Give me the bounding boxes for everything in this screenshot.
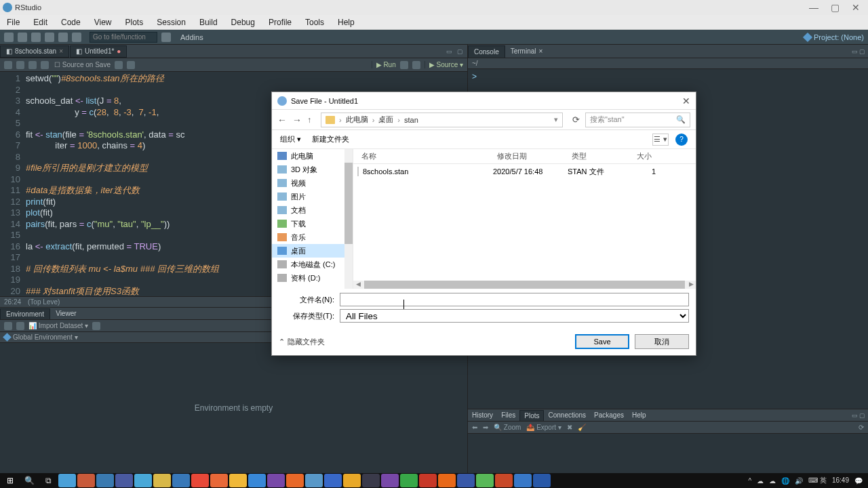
minimize-pane-icon[interactable]: ▭ [852,412,858,419]
app-icon[interactable] [381,474,399,487]
menu-build[interactable]: Build [193,18,224,27]
compile-icon[interactable] [127,61,135,69]
menu-file[interactable]: File [0,18,26,27]
save-button[interactable]: Save [575,334,629,349]
rerun-icon[interactable] [400,61,408,69]
tab-help[interactable]: Help [628,410,650,421]
app-icon[interactable] [419,474,437,487]
network-icon[interactable]: 🌐 [781,477,789,485]
search-icon[interactable]: 🔍 [20,474,38,487]
app-icon[interactable] [58,474,76,487]
show-doc-icon[interactable] [28,61,37,69]
nav-forward-icon[interactable]: → [292,115,302,125]
menu-tools[interactable]: Tools [298,18,331,27]
app-icon[interactable] [115,474,133,487]
app-icon[interactable] [172,474,190,487]
tree-item[interactable]: 3D 对象 [272,163,353,176]
menu-edit[interactable]: Edit [26,18,54,27]
app-icon[interactable] [96,474,114,487]
plot-next-icon[interactable]: ➡ [483,424,488,431]
menu-session[interactable]: Session [150,18,193,27]
menu-help[interactable]: Help [331,18,361,27]
app-icon[interactable] [248,474,266,487]
grid-icon[interactable] [161,33,171,42]
import-dataset-button[interactable]: 📊 Import Dataset ▾ [28,322,88,329]
dialog-close-icon[interactable]: ✕ [682,96,690,106]
refresh-plot-icon[interactable]: ⟳ [859,424,864,431]
minimize-pane-icon[interactable]: ▭ [444,48,454,55]
back-icon[interactable] [4,61,12,69]
tab-untitled[interactable]: ◧ Untitled1* ● [70,45,127,58]
menu-code[interactable]: Code [54,18,87,27]
minimize-icon[interactable]: — [809,2,818,13]
new-project-icon[interactable] [18,33,27,42]
new-folder-button[interactable]: 新建文件夹 [312,134,349,144]
app-icon[interactable] [400,474,418,487]
app-icon[interactable] [191,474,209,487]
tree-item[interactable]: 图片 [272,190,353,203]
app-icon[interactable] [286,474,304,487]
app-icon[interactable] [305,474,323,487]
breadcrumb-box[interactable]: › 此电脑 › 桌面 › stan ▾ [321,113,563,127]
tab-connections[interactable]: Connections [544,410,590,421]
view-mode-button[interactable]: ☰ ▾ [652,134,669,146]
new-file-icon[interactable] [4,33,14,42]
app-icon[interactable] [533,474,551,487]
refresh-icon[interactable]: ⟳ [572,115,580,125]
clear-plots-icon[interactable]: 🧹 [578,424,586,431]
tab-viewer[interactable]: Viewer [50,308,81,319]
ime-icon[interactable]: ⌨ 英 [808,476,827,485]
onedrive-icon[interactable]: ☁ [757,477,764,485]
clear-icon[interactable] [92,322,100,330]
app-icon[interactable] [476,474,494,487]
tree-item[interactable]: 资料 (D:) [272,271,353,285]
tree-item[interactable]: 视频 [272,176,353,190]
organize-dropdown[interactable]: 组织 ▾ [280,134,301,144]
remove-plot-icon[interactable]: ✖ [567,424,572,431]
file-list[interactable]: 名称 修改日期 类型 大小 8schools.stan2020/5/7 16:4… [353,149,696,289]
tree-item[interactable]: 本地磁盘 (C:) [272,258,353,271]
source-chunk-icon[interactable] [412,61,420,69]
menu-plots[interactable]: Plots [119,18,151,27]
tree-item[interactable]: 音乐 [272,230,353,244]
save-env-icon[interactable] [16,322,24,330]
run-button[interactable]: ▶ Run [372,61,396,68]
column-size[interactable]: 大小 [629,151,656,161]
column-name[interactable]: 名称 [357,151,493,161]
open-file-icon[interactable] [31,33,41,42]
tab-plots[interactable]: Plots [519,410,544,421]
app-icon[interactable] [457,474,475,487]
project-menu[interactable]: Project: (None) [804,33,864,41]
onedrive-icon[interactable]: ☁ [769,477,776,485]
save-icon[interactable] [41,61,49,69]
start-icon[interactable]: ⊞ [1,474,19,487]
save-all-icon[interactable] [58,33,68,42]
tree-item[interactable]: 此电脑 [272,149,353,163]
save-icon[interactable] [45,33,54,42]
menu-debug[interactable]: Debug [224,18,262,27]
export-button[interactable]: 📤 Export ▾ [526,424,561,431]
search-input[interactable]: 搜索"stan" 🔍 [585,113,690,127]
tab-files[interactable]: Files [497,410,519,421]
folder-tree[interactable]: 此电脑3D 对象视频图片文档下载音乐桌面本地磁盘 (C:)资料 (D:) [272,149,353,289]
tab-8schools[interactable]: ◧ 8schools.stan × [0,45,69,58]
column-type[interactable]: 类型 [568,151,629,161]
app-icon[interactable] [77,474,95,487]
nav-back-icon[interactable]: ← [277,115,287,125]
maximize-pane-icon[interactable]: ▢ [859,48,865,55]
clock[interactable]: 16:49 [832,477,849,484]
maximize-icon[interactable]: ▢ [831,2,840,13]
app-icon[interactable] [153,474,171,487]
app-icon[interactable] [343,474,361,487]
app-icon[interactable] [134,474,152,487]
app-icon[interactable] [210,474,228,487]
addins-dropdown[interactable]: Addins [180,33,203,41]
forward-icon[interactable] [16,61,24,69]
app-icon[interactable] [495,474,513,487]
cancel-button[interactable]: 取消 [635,334,689,349]
close-tab-icon[interactable]: × [59,47,63,55]
filename-input[interactable] [340,293,689,306]
tab-terminal[interactable]: Terminal × [505,45,549,58]
load-icon[interactable] [4,322,12,330]
tab-environment[interactable]: Environment [0,308,50,319]
